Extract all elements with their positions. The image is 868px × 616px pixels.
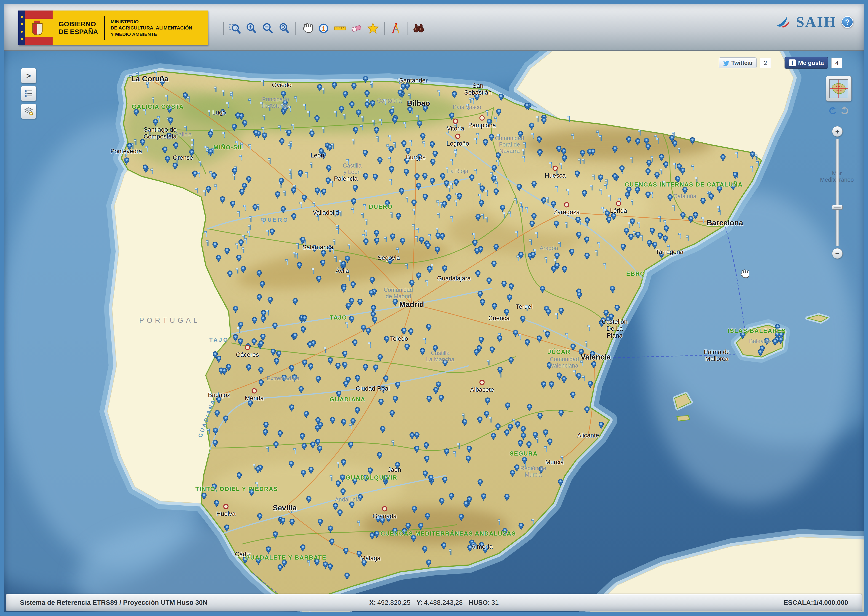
station-pin-marker[interactable] xyxy=(495,424,500,431)
station-pin-marker[interactable] xyxy=(425,513,430,520)
station-gauge-marker[interactable] xyxy=(261,80,264,86)
station-pin-marker[interactable] xyxy=(374,230,379,237)
station-gauge-marker[interactable] xyxy=(204,231,207,237)
station-pin-marker[interactable] xyxy=(380,426,385,433)
station-gauge-marker[interactable] xyxy=(361,116,363,122)
station-gauge-marker[interactable] xyxy=(303,104,306,110)
station-pin-marker[interactable] xyxy=(314,115,319,122)
station-pin-marker[interactable] xyxy=(233,335,238,341)
station-pin-marker[interactable] xyxy=(355,375,360,382)
station-pin-marker[interactable] xyxy=(222,368,227,375)
station-pin-marker[interactable] xyxy=(127,143,132,150)
station-gauge-marker[interactable] xyxy=(305,172,308,178)
station-gauge-marker[interactable] xyxy=(384,99,386,105)
station-gauge-marker[interactable] xyxy=(555,187,558,192)
station-pin-marker[interactable] xyxy=(479,337,484,344)
station-pin-marker[interactable] xyxy=(555,253,559,260)
station-gauge-marker[interactable] xyxy=(278,126,281,131)
station-pin-marker[interactable] xyxy=(540,286,545,293)
station-gauge-marker[interactable] xyxy=(438,90,440,96)
station-pin-marker[interactable] xyxy=(213,440,218,447)
station-pin-marker[interactable] xyxy=(558,308,563,315)
station-pin-marker[interactable] xyxy=(408,328,413,335)
station-pin-marker[interactable] xyxy=(327,144,332,151)
station-pin-marker[interactable] xyxy=(395,462,400,469)
station-pin-marker[interactable] xyxy=(343,91,348,98)
station-pin-marker[interactable] xyxy=(462,419,467,426)
station-pin-marker[interactable] xyxy=(529,123,534,130)
station-gauge-marker[interactable] xyxy=(508,212,511,217)
station-gauge-marker[interactable] xyxy=(437,213,439,218)
station-pin-marker[interactable] xyxy=(275,192,280,198)
station-pin-marker[interactable] xyxy=(549,382,554,388)
station-pin-marker[interactable] xyxy=(302,360,307,367)
station-pin-marker[interactable] xyxy=(232,124,237,131)
station-pin-marker[interactable] xyxy=(341,419,346,426)
station-gauge-marker[interactable] xyxy=(268,105,270,111)
station-pin-marker[interactable] xyxy=(300,545,305,552)
station-pin-marker[interactable] xyxy=(430,141,435,148)
station-pin-marker[interactable] xyxy=(491,433,496,440)
station-gauge-marker[interactable] xyxy=(348,244,350,249)
station-pin-marker[interactable] xyxy=(388,258,392,265)
station-gauge-marker[interactable] xyxy=(555,169,557,174)
station-pin-marker[interactable] xyxy=(246,365,251,371)
station-pin-marker[interactable] xyxy=(457,193,462,200)
station-gauge-marker[interactable] xyxy=(595,250,598,256)
station-pin-marker[interactable] xyxy=(212,484,217,490)
station-gauge-marker[interactable] xyxy=(479,194,481,200)
station-pin-marker[interactable] xyxy=(740,332,745,339)
station-pin-marker[interactable] xyxy=(225,248,230,255)
station-pin-marker[interactable] xyxy=(328,526,333,533)
station-pin-marker[interactable] xyxy=(266,547,271,553)
station-pin-marker[interactable] xyxy=(315,439,320,446)
station-gauge-marker[interactable] xyxy=(376,137,379,142)
station-gauge-marker[interactable] xyxy=(571,134,574,139)
station-gauge-marker[interactable] xyxy=(478,90,481,95)
station-pin-marker[interactable] xyxy=(487,119,492,126)
station-pin-marker[interactable] xyxy=(260,281,264,288)
station-pin-marker[interactable] xyxy=(341,459,346,466)
station-pin-marker[interactable] xyxy=(380,518,385,525)
station-pin-marker[interactable] xyxy=(309,467,313,474)
station-gauge-marker[interactable] xyxy=(387,145,389,150)
station-pin-marker[interactable] xyxy=(361,325,366,332)
station-gauge-marker[interactable] xyxy=(242,235,244,240)
station-gauge-marker[interactable] xyxy=(389,179,392,185)
station-pin-marker[interactable] xyxy=(483,140,488,146)
station-pin-marker[interactable] xyxy=(340,475,345,482)
station-pin-marker[interactable] xyxy=(587,149,592,156)
station-pin-marker[interactable] xyxy=(554,221,559,228)
station-pin-marker[interactable] xyxy=(459,514,464,521)
station-pin-marker[interactable] xyxy=(328,245,332,252)
station-pin-marker[interactable] xyxy=(401,141,406,148)
station-gauge-marker[interactable] xyxy=(333,240,335,245)
station-pin-marker[interactable] xyxy=(576,232,581,239)
station-gauge-marker[interactable] xyxy=(392,441,394,446)
station-pin-marker[interactable] xyxy=(242,183,247,190)
station-gauge-marker[interactable] xyxy=(236,268,238,273)
station-gauge-marker[interactable] xyxy=(412,225,415,230)
station-pin-marker[interactable] xyxy=(192,171,197,178)
station-pin-marker[interactable] xyxy=(281,206,286,213)
station-gauge-marker[interactable] xyxy=(337,462,339,467)
station-pin-marker[interactable] xyxy=(344,573,349,580)
station-pin-marker[interactable] xyxy=(733,172,737,179)
station-gauge-marker[interactable] xyxy=(324,347,326,353)
redo-button[interactable] xyxy=(840,105,851,115)
station-pin-marker[interactable] xyxy=(635,138,640,145)
station-pin-marker[interactable] xyxy=(274,358,279,365)
station-pin-marker[interactable] xyxy=(520,426,525,433)
station-pin-marker[interactable] xyxy=(300,237,305,244)
station-gauge-marker[interactable] xyxy=(454,200,457,206)
station-pin-marker[interactable] xyxy=(321,250,326,257)
station-gauge-marker[interactable] xyxy=(471,98,474,104)
station-pin-marker[interactable] xyxy=(496,152,501,159)
favorites-button[interactable] xyxy=(366,21,380,35)
station-pin-marker[interactable] xyxy=(401,328,406,335)
station-gauge-marker[interactable] xyxy=(390,212,392,218)
station-gauge-marker[interactable] xyxy=(544,446,547,452)
station-gauge-marker[interactable] xyxy=(346,322,348,328)
station-pin-marker[interactable] xyxy=(492,261,497,268)
station-pin-marker[interactable] xyxy=(475,94,479,101)
